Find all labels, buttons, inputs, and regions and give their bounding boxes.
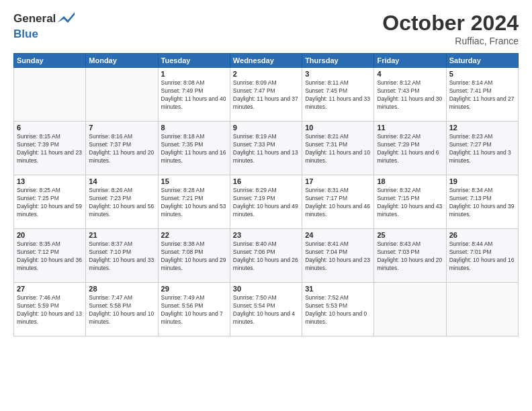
day-detail: Sunrise: 8:15 AM Sunset: 7:39 PM Dayligh… xyxy=(17,133,83,165)
day-detail: Sunrise: 8:29 AM Sunset: 7:19 PM Dayligh… xyxy=(233,187,299,219)
calendar-cell: 11Sunrise: 8:22 AM Sunset: 7:29 PM Dayli… xyxy=(374,122,446,175)
day-detail: Sunrise: 8:34 AM Sunset: 7:13 PM Dayligh… xyxy=(449,187,515,219)
col-monday: Monday xyxy=(86,54,158,68)
day-number: 24 xyxy=(305,231,371,239)
col-wednesday: Wednesday xyxy=(230,54,302,68)
page: General Blue October 2024 Ruffiac, Franc… xyxy=(0,0,532,411)
day-number: 16 xyxy=(233,177,299,185)
day-detail: Sunrise: 8:26 AM Sunset: 7:23 PM Dayligh… xyxy=(89,187,154,219)
calendar-cell: 27Sunrise: 7:46 AM Sunset: 5:59 PM Dayli… xyxy=(14,283,86,336)
day-detail: Sunrise: 7:52 AM Sunset: 5:53 PM Dayligh… xyxy=(305,294,371,326)
col-tuesday: Tuesday xyxy=(158,54,230,68)
day-number: 2 xyxy=(233,70,299,78)
day-number: 9 xyxy=(233,124,299,132)
calendar-cell xyxy=(14,68,86,122)
month-title: October 2024 xyxy=(382,11,519,36)
calendar-cell: 3Sunrise: 8:11 AM Sunset: 7:45 PM Daylig… xyxy=(302,68,374,122)
day-number: 12 xyxy=(449,124,515,132)
day-detail: Sunrise: 8:14 AM Sunset: 7:41 PM Dayligh… xyxy=(449,79,515,111)
day-number: 29 xyxy=(161,285,227,293)
day-detail: Sunrise: 8:11 AM Sunset: 7:45 PM Dayligh… xyxy=(305,79,371,111)
day-number: 6 xyxy=(17,124,83,132)
calendar-cell xyxy=(446,283,518,336)
day-detail: Sunrise: 7:47 AM Sunset: 5:58 PM Dayligh… xyxy=(89,294,154,326)
day-detail: Sunrise: 8:43 AM Sunset: 7:03 PM Dayligh… xyxy=(377,240,443,273)
day-detail: Sunrise: 8:16 AM Sunset: 7:37 PM Dayligh… xyxy=(89,133,154,165)
calendar-cell: 25Sunrise: 8:43 AM Sunset: 7:03 PM Dayli… xyxy=(374,229,446,283)
day-number: 28 xyxy=(89,285,154,293)
day-detail: Sunrise: 8:38 AM Sunset: 7:08 PM Dayligh… xyxy=(161,240,227,273)
day-detail: Sunrise: 8:19 AM Sunset: 7:33 PM Dayligh… xyxy=(233,133,299,165)
day-detail: Sunrise: 8:09 AM Sunset: 7:47 PM Dayligh… xyxy=(233,79,299,111)
calendar-cell xyxy=(374,283,446,336)
header: General Blue October 2024 Ruffiac, Franc… xyxy=(13,11,519,46)
logo-blue: Blue xyxy=(13,28,75,41)
calendar-week-1: 1Sunrise: 8:08 AM Sunset: 7:49 PM Daylig… xyxy=(14,68,519,122)
day-detail: Sunrise: 8:23 AM Sunset: 7:27 PM Dayligh… xyxy=(449,133,515,165)
day-detail: Sunrise: 8:18 AM Sunset: 7:35 PM Dayligh… xyxy=(161,133,227,165)
calendar-cell xyxy=(86,68,158,122)
col-saturday: Saturday xyxy=(446,54,518,68)
calendar-cell: 16Sunrise: 8:29 AM Sunset: 7:19 PM Dayli… xyxy=(230,175,302,229)
day-number: 15 xyxy=(161,177,227,185)
day-number: 20 xyxy=(17,231,83,239)
day-number: 26 xyxy=(449,231,515,239)
day-number: 13 xyxy=(17,177,83,185)
calendar-week-2: 6Sunrise: 8:15 AM Sunset: 7:39 PM Daylig… xyxy=(14,122,519,175)
header-row: Sunday Monday Tuesday Wednesday Thursday… xyxy=(14,54,519,68)
logo-bird-icon xyxy=(57,11,75,24)
day-detail: Sunrise: 8:25 AM Sunset: 7:25 PM Dayligh… xyxy=(17,187,83,219)
day-number: 19 xyxy=(449,177,515,185)
col-sunday: Sunday xyxy=(14,54,86,68)
calendar-cell: 19Sunrise: 8:34 AM Sunset: 7:13 PM Dayli… xyxy=(446,175,518,229)
day-detail: Sunrise: 8:21 AM Sunset: 7:31 PM Dayligh… xyxy=(305,133,371,165)
day-detail: Sunrise: 8:28 AM Sunset: 7:21 PM Dayligh… xyxy=(161,187,227,219)
calendar-cell: 8Sunrise: 8:18 AM Sunset: 7:35 PM Daylig… xyxy=(158,122,230,175)
day-number: 10 xyxy=(305,124,371,132)
calendar-cell: 1Sunrise: 8:08 AM Sunset: 7:49 PM Daylig… xyxy=(158,68,230,122)
day-detail: Sunrise: 8:40 AM Sunset: 7:06 PM Dayligh… xyxy=(233,240,299,273)
day-detail: Sunrise: 8:35 AM Sunset: 7:12 PM Dayligh… xyxy=(17,240,83,273)
day-number: 4 xyxy=(377,70,443,78)
day-number: 7 xyxy=(89,124,154,132)
calendar-cell: 7Sunrise: 8:16 AM Sunset: 7:37 PM Daylig… xyxy=(86,122,158,175)
calendar-cell: 2Sunrise: 8:09 AM Sunset: 7:47 PM Daylig… xyxy=(230,68,302,122)
calendar-cell: 13Sunrise: 8:25 AM Sunset: 7:25 PM Dayli… xyxy=(14,175,86,229)
day-detail: Sunrise: 8:41 AM Sunset: 7:04 PM Dayligh… xyxy=(305,240,371,273)
calendar-cell: 14Sunrise: 8:26 AM Sunset: 7:23 PM Dayli… xyxy=(86,175,158,229)
day-detail: Sunrise: 8:31 AM Sunset: 7:17 PM Dayligh… xyxy=(305,187,371,219)
calendar-cell: 20Sunrise: 8:35 AM Sunset: 7:12 PM Dayli… xyxy=(14,229,86,283)
calendar-cell: 23Sunrise: 8:40 AM Sunset: 7:06 PM Dayli… xyxy=(230,229,302,283)
col-thursday: Thursday xyxy=(302,54,374,68)
calendar-cell: 30Sunrise: 7:50 AM Sunset: 5:54 PM Dayli… xyxy=(230,283,302,336)
day-number: 31 xyxy=(305,285,371,293)
day-detail: Sunrise: 7:49 AM Sunset: 5:56 PM Dayligh… xyxy=(161,294,227,326)
day-number: 25 xyxy=(377,231,443,239)
day-number: 11 xyxy=(377,124,443,132)
day-number: 18 xyxy=(377,177,443,185)
title-block: October 2024 Ruffiac, France xyxy=(382,11,519,46)
calendar-week-4: 20Sunrise: 8:35 AM Sunset: 7:12 PM Dayli… xyxy=(14,229,519,283)
calendar-table: Sunday Monday Tuesday Wednesday Thursday… xyxy=(13,53,519,336)
day-detail: Sunrise: 8:12 AM Sunset: 7:43 PM Dayligh… xyxy=(377,79,443,111)
day-number: 8 xyxy=(161,124,227,132)
calendar-cell: 15Sunrise: 8:28 AM Sunset: 7:21 PM Dayli… xyxy=(158,175,230,229)
day-detail: Sunrise: 7:46 AM Sunset: 5:59 PM Dayligh… xyxy=(17,294,83,326)
calendar-cell: 12Sunrise: 8:23 AM Sunset: 7:27 PM Dayli… xyxy=(446,122,518,175)
day-number: 5 xyxy=(449,70,515,78)
calendar-cell: 4Sunrise: 8:12 AM Sunset: 7:43 PM Daylig… xyxy=(374,68,446,122)
day-detail: Sunrise: 7:50 AM Sunset: 5:54 PM Dayligh… xyxy=(233,294,299,326)
calendar-cell: 17Sunrise: 8:31 AM Sunset: 7:17 PM Dayli… xyxy=(302,175,374,229)
location: Ruffiac, France xyxy=(382,36,519,46)
day-number: 23 xyxy=(233,231,299,239)
calendar-cell: 5Sunrise: 8:14 AM Sunset: 7:41 PM Daylig… xyxy=(446,68,518,122)
day-number: 14 xyxy=(89,177,154,185)
day-number: 27 xyxy=(17,285,83,293)
day-detail: Sunrise: 8:32 AM Sunset: 7:15 PM Dayligh… xyxy=(377,187,443,219)
day-number: 1 xyxy=(161,70,227,78)
calendar-cell: 9Sunrise: 8:19 AM Sunset: 7:33 PM Daylig… xyxy=(230,122,302,175)
calendar-cell: 21Sunrise: 8:37 AM Sunset: 7:10 PM Dayli… xyxy=(86,229,158,283)
calendar-cell: 26Sunrise: 8:44 AM Sunset: 7:01 PM Dayli… xyxy=(446,229,518,283)
calendar-cell: 31Sunrise: 7:52 AM Sunset: 5:53 PM Dayli… xyxy=(302,283,374,336)
col-friday: Friday xyxy=(374,54,446,68)
